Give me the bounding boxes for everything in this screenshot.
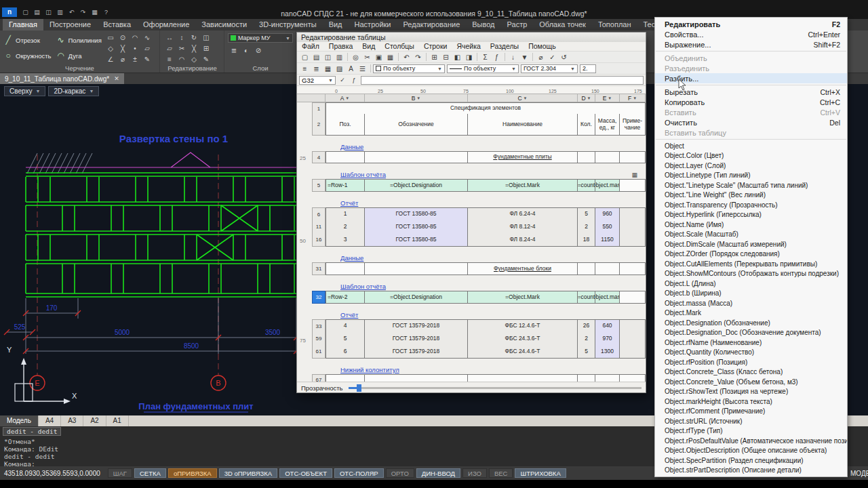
table-cell[interactable]: ГОСТ 13580-85 bbox=[365, 207, 468, 221]
sum-icon[interactable]: Σ bbox=[479, 52, 491, 62]
ribbon-tab[interactable]: Оформление bbox=[137, 19, 195, 30]
function-icon[interactable]: ƒ bbox=[491, 52, 502, 62]
ribbon-tab[interactable]: Зависимости bbox=[195, 19, 253, 30]
dialog-menu-item[interactable]: Строки bbox=[419, 42, 452, 51]
array-icon[interactable]: ⊞ bbox=[200, 43, 212, 54]
text-height-combo[interactable]: 2. bbox=[580, 64, 596, 73]
hatch-icon[interactable]: ▱ bbox=[141, 43, 153, 54]
context-menu-object-item[interactable]: Object.Scale (Масштаб) bbox=[655, 230, 847, 240]
context-menu-object-item[interactable]: Object.Transparency (Прозрачность) bbox=[655, 200, 847, 210]
table-cell[interactable]: ФЛ 8.24-4 bbox=[468, 233, 578, 247]
text-color-icon[interactable]: A bbox=[345, 64, 357, 74]
ribbon-tab[interactable]: Вставка bbox=[97, 19, 137, 30]
context-menu-item[interactable]: ОчиститьDel bbox=[655, 117, 847, 127]
mirror-icon[interactable]: ◫ bbox=[200, 33, 212, 43]
sort-icon[interactable]: ↓ bbox=[507, 52, 519, 62]
draw-tool-button[interactable]: ○Окружность bbox=[1, 48, 54, 63]
row-header[interactable]: 11 bbox=[312, 220, 326, 234]
text-style-combo[interactable]: ГОСТ 2.304 ▼ bbox=[521, 64, 578, 73]
table-cell[interactable]: 550 bbox=[595, 220, 620, 234]
status-toggle[interactable]: ВЕС bbox=[489, 468, 513, 478]
angle-icon[interactable]: ∠ bbox=[104, 54, 117, 65]
context-menu-object-item[interactable]: Object.CutAllElements (Перекрывать прими… bbox=[655, 259, 847, 269]
column-header[interactable]: B▼ bbox=[365, 94, 468, 102]
status-toggle[interactable]: ШТРИХОВКА bbox=[515, 468, 566, 478]
table-cell[interactable] bbox=[595, 262, 620, 275]
fillet-icon[interactable]: ◠ bbox=[176, 54, 188, 65]
explode-icon[interactable]: ◇ bbox=[188, 54, 200, 65]
polygon-icon[interactable]: ◇ bbox=[104, 43, 117, 54]
table-cell[interactable]: 4 bbox=[326, 319, 365, 333]
donut-icon[interactable]: ⊙ bbox=[117, 33, 129, 43]
context-menu-object-item[interactable]: Object.rShowText (Позиция на чертеже) bbox=[655, 387, 847, 397]
rectangle-icon[interactable]: ▭ bbox=[104, 33, 117, 43]
table-cell[interactable]: Масса, ед., кг bbox=[595, 114, 620, 136]
table-cell[interactable] bbox=[620, 207, 646, 221]
context-menu-object-item[interactable]: Object.DimScale (Масштаб измерений) bbox=[655, 239, 847, 249]
row-header[interactable]: 16 bbox=[312, 233, 326, 247]
move-icon[interactable]: ↔ bbox=[163, 33, 176, 43]
table-cell[interactable] bbox=[595, 374, 620, 382]
context-menu-object-item[interactable]: Object.ObjectDescription (Общее описание… bbox=[655, 446, 847, 456]
stretch-icon[interactable]: ↕ bbox=[176, 33, 188, 43]
open-icon[interactable]: ▤ bbox=[311, 52, 322, 62]
redo-icon[interactable]: ↷ bbox=[412, 52, 424, 62]
draw-tool-button[interactable]: ╱Отрезок bbox=[1, 33, 54, 47]
table-cell[interactable] bbox=[620, 332, 646, 346]
table-cell[interactable]: ФЛ 6.24-4 bbox=[468, 207, 578, 221]
table-cell[interactable]: Спецификация элементов bbox=[326, 102, 646, 115]
view-direction-button[interactable]: Сверху ▼ bbox=[4, 86, 45, 96]
scale-icon[interactable]: ▱ bbox=[163, 43, 176, 54]
align-left-icon[interactable]: ≡ bbox=[299, 64, 311, 74]
table-cell[interactable] bbox=[620, 233, 646, 247]
context-menu-object-item[interactable]: Object.Designation (Обозначение) bbox=[655, 318, 847, 328]
xline-icon[interactable]: ╳ bbox=[117, 43, 129, 54]
table-cell[interactable] bbox=[620, 291, 646, 304]
merge-cell-icon[interactable]: ◨ bbox=[463, 52, 475, 62]
table-cell[interactable]: 640 bbox=[595, 319, 620, 333]
row-header[interactable]: 59 bbox=[312, 332, 326, 346]
borders-icon[interactable]: ▦ bbox=[322, 64, 334, 74]
ribbon-tab[interactable]: Редактирование bbox=[397, 19, 466, 30]
table-cell[interactable]: ГОСТ 13579-2018 bbox=[365, 319, 468, 333]
context-menu-object-item[interactable]: Object.rfPosition (Позиция) bbox=[655, 357, 847, 367]
context-menu-object-item[interactable]: Object.strPartDescription (Описание дета… bbox=[655, 466, 847, 476]
arc-tool-icon[interactable]: ◠ bbox=[129, 33, 141, 43]
table-cell[interactable]: 26 bbox=[578, 319, 595, 333]
properties-icon[interactable]: ☰ bbox=[357, 64, 368, 74]
row-header[interactable]: 31 bbox=[312, 262, 326, 275]
table-cell[interactable]: =Object.Designation bbox=[365, 291, 468, 304]
table-cell[interactable]: 2 bbox=[578, 332, 595, 346]
rotate-icon[interactable]: ↻ bbox=[188, 33, 200, 43]
context-menu-object-item[interactable]: Object.rfName (Наименование) bbox=[655, 338, 847, 348]
table-cell[interactable]: =Row-1 bbox=[326, 179, 365, 192]
formula-input[interactable] bbox=[361, 76, 644, 85]
table-cell[interactable] bbox=[326, 262, 365, 275]
table-cell[interactable]: =Object.massa bbox=[595, 179, 620, 192]
table-cell[interactable] bbox=[578, 151, 595, 163]
context-menu-object-item[interactable]: Object.Layer (Слой) bbox=[655, 161, 847, 171]
layout-tab[interactable]: A4 bbox=[39, 415, 61, 426]
dialog-menu-item[interactable]: Правка bbox=[324, 42, 357, 51]
status-toggle[interactable]: ШАГ bbox=[108, 468, 132, 478]
context-menu-item[interactable]: Выражение...Shift+F2 bbox=[655, 39, 847, 49]
ribbon-tab[interactable]: Облака точек bbox=[533, 19, 592, 30]
dialog-menu-item[interactable]: Разделы bbox=[486, 42, 524, 51]
sketch-icon[interactable]: ✎ bbox=[141, 54, 153, 65]
table-cell[interactable]: 1300 bbox=[595, 345, 620, 359]
context-menu-item[interactable]: РедактироватьF2 bbox=[655, 19, 847, 29]
layer-marker-combo[interactable]: Маркер МУ ▼ bbox=[228, 33, 293, 43]
paste-icon[interactable]: ▦ bbox=[384, 52, 396, 62]
context-menu-object-item[interactable]: Object.ShowMContours (Отображать контуры… bbox=[655, 269, 847, 279]
context-menu-item[interactable]: Свойства...Ctrl+Enter bbox=[655, 29, 847, 39]
dialog-menu-item[interactable]: Ячейка bbox=[452, 42, 485, 51]
edit-icon[interactable]: ✎ bbox=[200, 54, 212, 65]
context-menu-object-item[interactable]: Object.SpecPartition (Раздел спецификаци… bbox=[655, 455, 847, 466]
status-toggle[interactable]: оПРИВЯЗКА bbox=[168, 468, 217, 478]
context-menu-object-item[interactable]: Object.strURL (Источник) bbox=[655, 416, 847, 426]
table-cell[interactable]: ГОСТ 13579-2018 bbox=[365, 345, 468, 359]
fill-icon[interactable]: ▨ bbox=[334, 64, 345, 74]
filter-icon[interactable]: ▼ bbox=[519, 52, 530, 62]
dialog-menu-item[interactable]: Файл bbox=[297, 42, 324, 51]
dialog-menu-item[interactable]: Помощь bbox=[524, 42, 561, 51]
